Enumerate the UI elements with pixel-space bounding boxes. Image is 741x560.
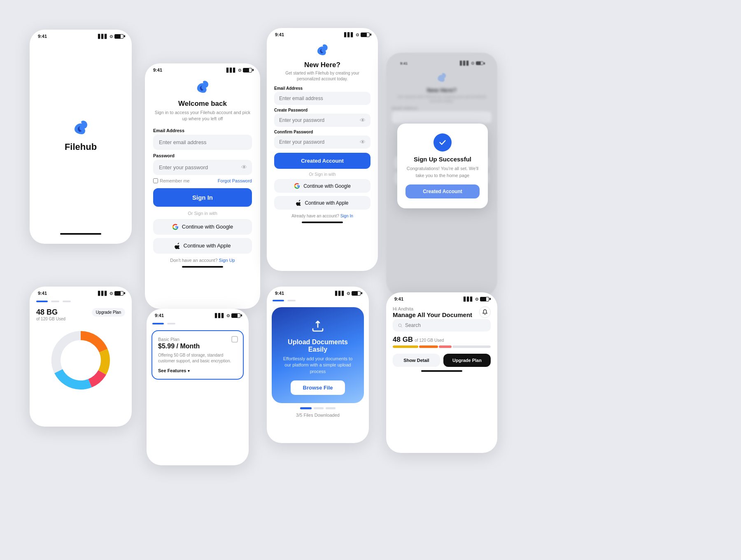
- apple-btn-3[interactable]: Continue with Apple: [274, 196, 370, 210]
- home-indicator-1: [60, 233, 101, 235]
- battery-5: [114, 291, 124, 296]
- greeting: Hi Andhita: [393, 306, 472, 311]
- plan-checkbox[interactable]: [231, 336, 238, 343]
- remember-checkbox[interactable]: [153, 178, 158, 183]
- password-label-3: Create Password: [274, 108, 370, 112]
- home-indicator-2: [182, 266, 223, 268]
- search-icon-8: [398, 323, 403, 328]
- wifi-icon: ⊙: [110, 34, 113, 39]
- status-icons-2: ▋▋▋ ⊙: [226, 68, 252, 72]
- tab-active: [36, 301, 48, 302]
- confirm-wrap-3: 👁: [274, 135, 370, 149]
- status-bar-3: 9:41 ▋▋▋ ⊙: [267, 28, 378, 39]
- success-created-btn[interactable]: Created Account: [405, 184, 480, 198]
- remember-me[interactable]: Remember me: [153, 178, 190, 183]
- battery-7: [352, 291, 361, 296]
- google-btn-3[interactable]: Continue with Google: [274, 179, 370, 193]
- time-2: 9:41: [153, 68, 162, 72]
- password-input-3[interactable]: [274, 114, 370, 127]
- notification-button[interactable]: [479, 306, 491, 318]
- status-bar-5: 9:41 ▋▋▋ ⊙: [30, 287, 132, 297]
- files-downloaded: 3/5 Files Downloaded: [267, 407, 369, 418]
- show-detail-button[interactable]: Show Detail: [393, 354, 440, 367]
- email-input-2[interactable]: [153, 135, 252, 150]
- time-1: 9:41: [38, 34, 47, 39]
- confirm-input-3[interactable]: [274, 135, 370, 149]
- time-7: 9:41: [275, 291, 284, 296]
- battery-3: [361, 33, 370, 37]
- bell-icon: [482, 309, 488, 315]
- confirm-label-3: Connfirm Password: [274, 130, 370, 134]
- donut-svg: [46, 325, 116, 395]
- phone-storage: 9:41 ▋▋▋ ⊙ 48 BG of 120 GB Used Upgrade …: [30, 287, 132, 427]
- signin-button[interactable]: Sign In: [153, 188, 252, 207]
- home-indicator-8: [421, 370, 462, 372]
- phone-signin: 9:41 ▋▋▋ ⊙ Welcome back Sign in to acces…: [145, 63, 260, 309]
- google-btn-2[interactable]: Continue with Google: [153, 219, 252, 235]
- storage-gb: 48 GB: [393, 336, 413, 344]
- success-badge: [433, 133, 452, 152]
- eye-icon-2[interactable]: 👁: [241, 164, 247, 170]
- no-account-label: Don't have an account? Sign Up: [170, 258, 235, 263]
- storage-bar-8: [393, 345, 491, 348]
- status-icons-1: ▋▋▋ ⊙: [98, 34, 124, 39]
- browse-file-button[interactable]: Browse File: [291, 380, 345, 395]
- battery-8: [480, 297, 489, 301]
- tab-2: [63, 301, 71, 302]
- phone-upload: 9:41 ▋▋▋ ⊙ Upload Documents Easily Effor…: [267, 287, 369, 443]
- plan-desc: Offering 50 GB of storage, standard cust…: [158, 352, 237, 364]
- app-name: Filehub: [65, 142, 97, 152]
- phone-plan: 9:41 ▋▋▋ ⊙ Basic Plan $5.99 / Month Offe…: [147, 309, 249, 465]
- svg-point-6: [398, 324, 401, 327]
- apple-btn-2[interactable]: Continue with Apple: [153, 238, 252, 254]
- storage-sub: of 120 GB Used: [415, 338, 444, 343]
- phone-signup: 9:41 ▋▋▋ ⊙ New Here? Get started with Fi…: [267, 28, 378, 271]
- upgrade-plan-button-8[interactable]: Upgrade Plan: [443, 354, 491, 367]
- chevron-down-icon: ▾: [188, 369, 190, 373]
- status-bar-7: 9:41 ▋▋▋ ⊙: [267, 287, 369, 297]
- status-bar-2: 9:41 ▋▋▋ ⊙: [145, 63, 260, 74]
- create-account-button[interactable]: Created Account: [274, 153, 370, 169]
- password-wrap-2: 👁: [153, 160, 252, 175]
- upgrade-plan-button-5[interactable]: Upgrade Plan: [92, 308, 125, 317]
- status-bar-8: 9:41 ▋▋▋ ⊙: [386, 292, 497, 303]
- success-title: Sign Up Successful: [405, 156, 480, 163]
- password-input-2[interactable]: [153, 160, 252, 175]
- bar-yellow: [393, 345, 418, 348]
- dashboard-title: Manage All Your Document: [393, 311, 472, 318]
- forgot-password[interactable]: Forgot Password: [218, 178, 252, 183]
- eye-icon-confirm[interactable]: 👁: [360, 139, 366, 145]
- eye-icon-3[interactable]: 👁: [360, 117, 366, 124]
- upload-section: Upload Documents Easily Effortlessly add…: [272, 307, 364, 403]
- battery-icon: [114, 34, 124, 39]
- search-input-8[interactable]: [405, 322, 486, 328]
- search-bar-8[interactable]: [393, 319, 491, 331]
- signup-link[interactable]: Sign Up: [219, 258, 235, 263]
- dashboard-content: Hi Andhita Manage All Your Document 48 G…: [386, 303, 497, 367]
- have-account: Already have an account? Sign In: [291, 214, 353, 218]
- blurred-logo: [435, 71, 448, 84]
- app-logo: [70, 118, 91, 138]
- plan-content: Basic Plan $5.99 / Month Offering 50 GB …: [147, 320, 249, 380]
- storage-used: 48 BG: [36, 308, 65, 317]
- success-modal: Sign Up Successful Congratulations! You'…: [397, 124, 488, 208]
- tab-1: [51, 301, 59, 302]
- phone-dashboard: 9:41 ▋▋▋ ⊙ Hi Andhita Manage All Your Do…: [386, 292, 497, 453]
- see-features[interactable]: See Features ▾: [158, 368, 237, 373]
- google-icon-3: [294, 183, 300, 189]
- email-input-3[interactable]: [274, 92, 370, 105]
- blurred-inner: New Here? Get started with Filehub by cr…: [392, 71, 492, 123]
- email-label-3: Email Address: [274, 86, 370, 91]
- signin-link[interactable]: Sign In: [340, 214, 353, 218]
- status-bar-1: 9:41 ▋▋▋ ⊙: [30, 30, 132, 40]
- plan-price: $5.99 / Month: [158, 343, 237, 350]
- signup-title: New Here?: [304, 61, 340, 69]
- plan-card: Basic Plan $5.99 / Month Offering 50 GB …: [151, 330, 244, 380]
- status-bar-6: 9:41 ▋▋▋ ⊙: [147, 309, 249, 320]
- tab-active-6: [152, 323, 164, 324]
- email-label-2: Email Address: [153, 128, 252, 133]
- time-5: 9:41: [38, 291, 47, 296]
- signin-logo: [193, 78, 212, 96]
- password-wrap-3: 👁: [274, 114, 370, 127]
- signin-subtitle: Sign in to access your Filehub account a…: [153, 110, 252, 122]
